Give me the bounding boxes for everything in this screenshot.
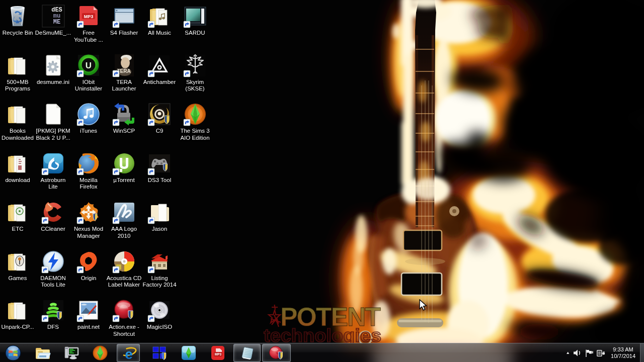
svg-text:e: e xyxy=(125,346,133,362)
svg-text:U: U xyxy=(86,61,92,70)
svg-text:MP3: MP3 xyxy=(215,352,222,356)
svg-text:ME: ME xyxy=(53,19,60,26)
svg-text:MP3: MP3 xyxy=(84,14,94,19)
